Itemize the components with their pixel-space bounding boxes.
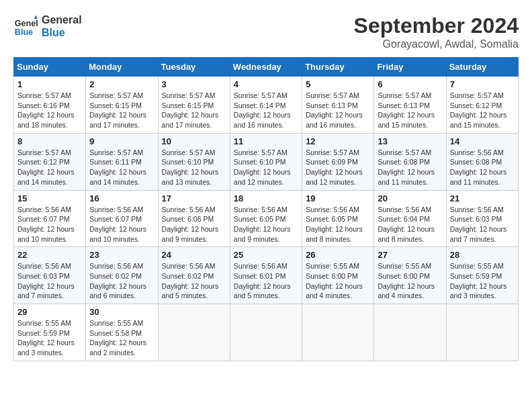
- table-row: [158, 304, 230, 361]
- day-number: 5: [306, 79, 370, 89]
- day-number: 28: [450, 250, 515, 260]
- day-info: Sunrise: 5:57 AM Sunset: 6:10 PM Dayligh…: [162, 148, 226, 187]
- day-info: Sunrise: 5:57 AM Sunset: 6:09 PM Dayligh…: [306, 148, 370, 187]
- day-number: 22: [17, 250, 82, 260]
- page-header: General Blue General Blue September 2024…: [13, 13, 519, 50]
- day-info: Sunrise: 5:56 AM Sunset: 6:02 PM Dayligh…: [162, 261, 226, 301]
- day-info: Sunrise: 5:56 AM Sunset: 6:06 PM Dayligh…: [162, 205, 226, 244]
- header-saturday: Saturday: [446, 58, 518, 77]
- day-number: 12: [306, 136, 370, 146]
- day-number: 13: [378, 136, 442, 146]
- day-info: Sunrise: 5:57 AM Sunset: 6:10 PM Dayligh…: [234, 148, 298, 187]
- table-row: 30 Sunrise: 5:55 AM Sunset: 5:58 PM Dayl…: [86, 304, 158, 361]
- day-info: Sunrise: 5:56 AM Sunset: 6:07 PM Dayligh…: [89, 205, 154, 244]
- table-row: 3 Sunrise: 5:57 AM Sunset: 6:15 PM Dayli…: [158, 77, 230, 134]
- day-number: 4: [234, 79, 298, 89]
- calendar-subtitle: Gorayacowl, Awdal, Somalia: [354, 38, 519, 50]
- logo-line2: Blue: [42, 26, 82, 39]
- day-info: Sunrise: 5:56 AM Sunset: 6:05 PM Dayligh…: [234, 205, 298, 244]
- calendar-week-row: 22 Sunrise: 5:56 AM Sunset: 6:03 PM Dayl…: [14, 247, 519, 304]
- table-row: 2 Sunrise: 5:57 AM Sunset: 6:15 PM Dayli…: [86, 77, 158, 134]
- table-row: 16 Sunrise: 5:56 AM Sunset: 6:07 PM Dayl…: [86, 190, 158, 247]
- logo-icon: General Blue: [13, 14, 38, 38]
- calendar-table: Sunday Monday Tuesday Wednesday Thursday…: [13, 57, 519, 361]
- calendar-title: September 2024: [354, 13, 519, 38]
- table-row: 27 Sunrise: 5:55 AM Sunset: 6:00 PM Dayl…: [374, 247, 446, 304]
- day-number: 29: [17, 307, 82, 317]
- day-number: 14: [450, 136, 515, 146]
- table-row: 5 Sunrise: 5:57 AM Sunset: 6:13 PM Dayli…: [302, 77, 374, 134]
- table-row: 1 Sunrise: 5:57 AM Sunset: 6:16 PM Dayli…: [14, 77, 86, 134]
- day-info: Sunrise: 5:56 AM Sunset: 6:04 PM Dayligh…: [378, 205, 442, 244]
- table-row: 8 Sunrise: 5:57 AM Sunset: 6:12 PM Dayli…: [14, 133, 86, 190]
- day-number: 17: [162, 193, 226, 203]
- table-row: 12 Sunrise: 5:57 AM Sunset: 6:09 PM Dayl…: [302, 133, 374, 190]
- day-number: 11: [234, 136, 298, 146]
- day-info: Sunrise: 5:57 AM Sunset: 6:14 PM Dayligh…: [234, 91, 298, 130]
- table-row: 23 Sunrise: 5:56 AM Sunset: 6:02 PM Dayl…: [86, 247, 158, 304]
- table-row: 18 Sunrise: 5:56 AM Sunset: 6:05 PM Dayl…: [230, 190, 302, 247]
- weekday-header-row: Sunday Monday Tuesday Wednesday Thursday…: [14, 58, 519, 77]
- day-number: 20: [378, 193, 442, 203]
- day-info: Sunrise: 5:57 AM Sunset: 6:13 PM Dayligh…: [306, 91, 370, 130]
- day-info: Sunrise: 5:56 AM Sunset: 6:03 PM Dayligh…: [17, 261, 82, 301]
- table-row: [302, 304, 374, 361]
- day-info: Sunrise: 5:57 AM Sunset: 6:12 PM Dayligh…: [17, 148, 82, 187]
- table-row: 21 Sunrise: 5:56 AM Sunset: 6:03 PM Dayl…: [446, 190, 518, 247]
- header-thursday: Thursday: [302, 58, 374, 77]
- day-number: 19: [306, 193, 370, 203]
- day-number: 9: [89, 136, 154, 146]
- title-block: September 2024 Gorayacowl, Awdal, Somali…: [354, 13, 519, 50]
- table-row: 15 Sunrise: 5:56 AM Sunset: 6:07 PM Dayl…: [14, 190, 86, 247]
- day-number: 16: [89, 193, 154, 203]
- day-number: 7: [450, 79, 515, 89]
- day-info: Sunrise: 5:56 AM Sunset: 6:03 PM Dayligh…: [450, 205, 515, 244]
- day-number: 18: [234, 193, 298, 203]
- table-row: 7 Sunrise: 5:57 AM Sunset: 6:12 PM Dayli…: [446, 77, 518, 134]
- day-info: Sunrise: 5:57 AM Sunset: 6:15 PM Dayligh…: [89, 91, 154, 130]
- day-info: Sunrise: 5:56 AM Sunset: 6:05 PM Dayligh…: [306, 205, 370, 244]
- day-info: Sunrise: 5:55 AM Sunset: 5:58 PM Dayligh…: [89, 318, 154, 358]
- day-number: 1: [17, 79, 82, 89]
- day-number: 30: [89, 307, 154, 317]
- day-number: 15: [17, 193, 82, 203]
- calendar-week-row: 8 Sunrise: 5:57 AM Sunset: 6:12 PM Dayli…: [14, 133, 519, 190]
- day-number: 24: [162, 250, 226, 260]
- day-number: 6: [378, 79, 442, 89]
- day-info: Sunrise: 5:57 AM Sunset: 6:08 PM Dayligh…: [378, 148, 442, 187]
- day-info: Sunrise: 5:56 AM Sunset: 6:08 PM Dayligh…: [450, 148, 515, 187]
- header-monday: Monday: [86, 58, 158, 77]
- day-info: Sunrise: 5:55 AM Sunset: 6:00 PM Dayligh…: [306, 261, 370, 301]
- calendar-week-row: 29 Sunrise: 5:55 AM Sunset: 5:59 PM Dayl…: [14, 304, 519, 361]
- table-row: 28 Sunrise: 5:55 AM Sunset: 5:59 PM Dayl…: [446, 247, 518, 304]
- day-number: 23: [89, 250, 154, 260]
- table-row: 25 Sunrise: 5:56 AM Sunset: 6:01 PM Dayl…: [230, 247, 302, 304]
- day-info: Sunrise: 5:57 AM Sunset: 6:13 PM Dayligh…: [378, 91, 442, 130]
- day-info: Sunrise: 5:56 AM Sunset: 6:07 PM Dayligh…: [17, 205, 82, 244]
- day-number: 10: [162, 136, 226, 146]
- day-info: Sunrise: 5:57 AM Sunset: 6:16 PM Dayligh…: [17, 91, 82, 130]
- day-info: Sunrise: 5:56 AM Sunset: 6:01 PM Dayligh…: [234, 261, 298, 301]
- calendar-week-row: 1 Sunrise: 5:57 AM Sunset: 6:16 PM Dayli…: [14, 77, 519, 134]
- day-info: Sunrise: 5:55 AM Sunset: 5:59 PM Dayligh…: [450, 261, 515, 301]
- svg-marker-2: [34, 15, 38, 19]
- day-info: Sunrise: 5:55 AM Sunset: 6:00 PM Dayligh…: [378, 261, 442, 301]
- table-row: 17 Sunrise: 5:56 AM Sunset: 6:06 PM Dayl…: [158, 190, 230, 247]
- header-wednesday: Wednesday: [230, 58, 302, 77]
- table-row: 19 Sunrise: 5:56 AM Sunset: 6:05 PM Dayl…: [302, 190, 374, 247]
- calendar-week-row: 15 Sunrise: 5:56 AM Sunset: 6:07 PM Dayl…: [14, 190, 519, 247]
- table-row: [230, 304, 302, 361]
- logo: General Blue General Blue: [13, 13, 82, 39]
- table-row: 10 Sunrise: 5:57 AM Sunset: 6:10 PM Dayl…: [158, 133, 230, 190]
- header-sunday: Sunday: [14, 58, 86, 77]
- header-tuesday: Tuesday: [158, 58, 230, 77]
- table-row: [446, 304, 518, 361]
- day-number: 3: [162, 79, 226, 89]
- table-row: 29 Sunrise: 5:55 AM Sunset: 5:59 PM Dayl…: [14, 304, 86, 361]
- table-row: 20 Sunrise: 5:56 AM Sunset: 6:04 PM Dayl…: [374, 190, 446, 247]
- day-number: 21: [450, 193, 515, 203]
- header-friday: Friday: [374, 58, 446, 77]
- table-row: 6 Sunrise: 5:57 AM Sunset: 6:13 PM Dayli…: [374, 77, 446, 134]
- table-row: [374, 304, 446, 361]
- svg-text:Blue: Blue: [15, 28, 33, 37]
